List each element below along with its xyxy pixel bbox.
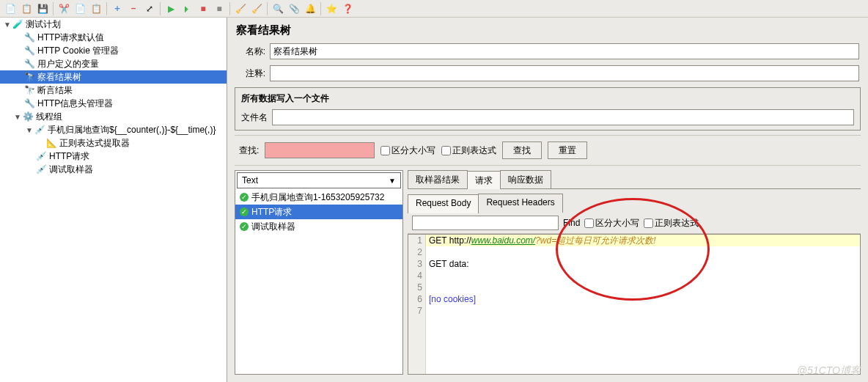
line-gutter: 1234567 — [408, 235, 426, 374]
tree-item-cookie-manager[interactable]: 🔧HTTP Cookie 管理器 — [0, 44, 227, 57]
test-plan-tree[interactable]: ▼ 🧪 测试计划 🔧HTTP请求默认值 🔧HTTP Cookie 管理器 🔧用户… — [0, 18, 227, 382]
sample-row[interactable]: ✓调试取样器 — [235, 219, 402, 234]
search-input[interactable] — [265, 142, 375, 158]
wrench-icon: 🔧 — [23, 98, 35, 109]
tree-regex-extractor[interactable]: 📐正则表达式提取器 — [0, 136, 227, 150]
pipette-icon: 💉 — [35, 164, 47, 175]
expand-toggle-icon[interactable]: ▼ — [3, 21, 12, 29]
clear-icon[interactable]: 🧹 — [233, 1, 248, 16]
tree-sampler-phone[interactable]: ▼💉手机归属地查询${__counter(,)}-${__time(,)} — [0, 123, 227, 136]
success-icon: ✓ — [240, 207, 249, 216]
plus-icon[interactable]: ＋ — [110, 1, 125, 16]
sound-icon[interactable]: 🔔 — [303, 1, 317, 16]
name-input[interactable] — [270, 43, 859, 59]
tree-item-header-manager[interactable]: 🔧HTTP信息头管理器 — [0, 97, 227, 110]
find-label: Find — [563, 218, 580, 228]
regex-checkbox[interactable]: 正则表达式 — [441, 144, 496, 157]
detail-panel: 察看结果树 名称: 注释: 所有数据写入一个文件 文件名 查找: 区分大小写 正… — [227, 18, 868, 382]
sample-row[interactable]: ✓手机归属地查询1-1653205925732 — [235, 190, 402, 205]
sample-row[interactable]: ✓HTTP请求 — [235, 205, 402, 219]
reset-button[interactable]: 重置 — [548, 142, 587, 159]
filename-input[interactable] — [272, 109, 854, 125]
tab-sampler-result[interactable]: 取样器结果 — [408, 170, 468, 188]
search-icon[interactable]: 🔍 — [271, 1, 285, 16]
tree-root[interactable]: ▼ 🧪 测试计划 — [0, 18, 227, 31]
tab-request-body[interactable]: Request Body — [408, 194, 479, 213]
scissors-icon[interactable]: ✂️ — [56, 1, 71, 16]
shutdown-icon[interactable]: ■ — [212, 1, 227, 16]
comment-label: 注释: — [236, 67, 265, 80]
main-toolbar: 📄 📋 💾 ✂️ 📄 📋 ＋ － ⤢ ▶ ⏵ ■ ■ 🧹 🧹 🔍 📎 🔔 ⭐ ❓ — [0, 0, 868, 18]
processor-icon: 📐 — [45, 137, 57, 149]
binoculars-icon: 🔭 — [23, 84, 35, 96]
stop-icon[interactable]: ■ — [196, 1, 210, 16]
success-icon: ✓ — [240, 193, 249, 202]
tab-request-headers[interactable]: Request Headers — [478, 194, 562, 213]
result-tabs: 取样器结果 请求 响应数据 — [408, 170, 861, 189]
name-label: 名称: — [236, 45, 265, 58]
gear-icon: ⚙️ — [22, 111, 34, 122]
sample-result-list: Text ▼ ✓手机归属地查询1-1653205925732 ✓HTTP请求 ✓… — [235, 170, 403, 375]
collapse-icon[interactable]: ⤢ — [142, 1, 157, 16]
tab-response-data[interactable]: 响应数据 — [500, 170, 551, 188]
paste-icon[interactable]: 📋 — [89, 1, 103, 16]
search-button[interactable]: 查找 — [502, 142, 542, 159]
file-section-title: 所有数据写入一个文件 — [241, 92, 854, 105]
copy-icon[interactable]: 📄 — [73, 1, 87, 16]
tree-debug-sampler[interactable]: 💉调试取样器 — [0, 163, 227, 176]
tree-item-http-defaults[interactable]: 🔧HTTP请求默认值 — [0, 31, 227, 44]
binoculars-icon: 🔭 — [23, 71, 35, 83]
case-checkbox[interactable]: 区分大小写 — [380, 144, 435, 157]
pipette-icon: 💉 — [34, 124, 45, 136]
tree-root-label: 测试计划 — [26, 18, 61, 31]
wrench-icon: 🔧 — [23, 32, 35, 43]
tab-request[interactable]: 请求 — [467, 171, 501, 189]
find-case-checkbox[interactable]: 区分大小写 — [584, 217, 639, 229]
clear-all-icon[interactable]: 🧹 — [249, 1, 264, 16]
watermark: @51CTO博客 — [797, 364, 861, 378]
template-icon[interactable]: 📋 — [19, 1, 34, 16]
code-content: GET http://www.baidu.com/?wd=超过每日可允许请求次数… — [426, 235, 860, 374]
pipette-icon: 💉 — [35, 150, 47, 162]
file-output-frame: 所有数据写入一个文件 文件名 — [235, 87, 861, 131]
tree-item-results-tree[interactable]: 🔭察看结果树 — [0, 70, 227, 84]
tree-item-assertion-results[interactable]: 🔭断言结果 — [0, 84, 227, 97]
save-icon[interactable]: 💾 — [35, 1, 50, 16]
request-body-viewer[interactable]: 1234567 GET http://www.baidu.com/?wd=超过每… — [408, 234, 861, 375]
wrench-icon: 🔧 — [23, 58, 35, 70]
tree-thread-group[interactable]: ▼⚙️线程组 — [0, 110, 227, 123]
comment-input[interactable] — [270, 65, 859, 81]
tree-http-request[interactable]: 💉HTTP请求 — [0, 150, 227, 163]
expand-toggle-icon[interactable]: ▼ — [25, 126, 34, 134]
function-icon[interactable]: ⭐ — [324, 1, 339, 16]
chevron-down-icon: ▼ — [389, 177, 396, 185]
new-icon[interactable]: 📄 — [3, 1, 18, 16]
wrench-icon: 🔧 — [23, 45, 35, 56]
flask-icon: 🧪 — [12, 18, 23, 30]
clipboard-icon[interactable]: 📎 — [287, 1, 301, 16]
success-icon: ✓ — [240, 222, 249, 231]
minus-icon[interactable]: － — [126, 1, 141, 16]
filename-label: 文件名 — [241, 111, 268, 124]
request-sub-tabs: Request Body Request Headers — [408, 194, 861, 213]
help-icon[interactable]: ❓ — [340, 1, 355, 16]
search-label: 查找: — [239, 144, 259, 157]
start-no-icon[interactable]: ⏵ — [180, 1, 194, 16]
renderer-select[interactable]: Text ▼ — [237, 172, 401, 188]
start-icon[interactable]: ▶ — [163, 1, 178, 16]
find-input[interactable] — [412, 216, 559, 230]
request-detail: 取样器结果 请求 响应数据 Request Body Request Heade… — [408, 170, 861, 375]
panel-title: 察看结果树 — [227, 18, 868, 40]
expand-toggle-icon[interactable]: ▼ — [13, 113, 22, 121]
tree-item-user-vars[interactable]: 🔧用户定义的变量 — [0, 57, 227, 70]
find-regex-checkbox[interactable]: 正则表达式 — [644, 217, 699, 229]
